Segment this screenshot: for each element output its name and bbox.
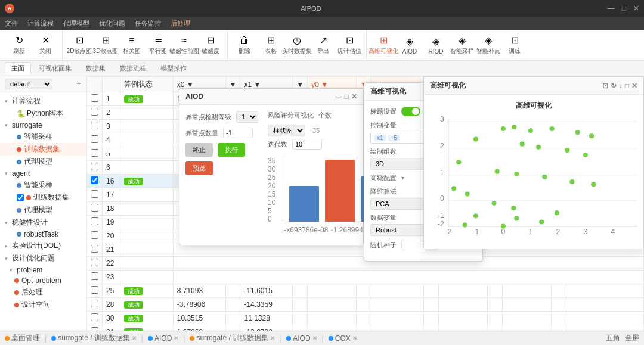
tab-main[interactable]: 主面: [5, 62, 31, 74]
export-button[interactable]: ↗ 导出: [310, 32, 336, 58]
row-checkbox[interactable]: [91, 327, 98, 331]
chart-type-select[interactable]: 柱状图: [268, 125, 305, 136]
tab-model[interactable]: 模型操作: [154, 62, 193, 74]
sidebar-add-icon[interactable]: +: [77, 80, 81, 88]
sidebar-item-python[interactable]: 🐍 Python脚本: [0, 107, 86, 120]
row-checkbox[interactable]: [91, 163, 98, 170]
aiod-maximize-button[interactable]: □: [345, 92, 349, 101]
realtime-button[interactable]: ◷ 实时数据集: [284, 32, 310, 58]
row-checkbox[interactable]: [91, 190, 98, 198]
anomaly-count-input[interactable]: [223, 128, 253, 138]
row-checkbox[interactable]: [91, 149, 98, 157]
row-checkbox[interactable]: [91, 217, 98, 225]
sidebar-item-robusttask[interactable]: robustTask: [0, 229, 86, 240]
row-checkbox[interactable]: [91, 176, 98, 184]
aiod-minimize-button[interactable]: —: [335, 92, 342, 101]
refresh-button[interactable]: ↻ 刷新: [6, 32, 32, 58]
status-close-5[interactable]: ✕: [352, 335, 357, 341]
highdim-button[interactable]: ⊞ 高维可视化: [370, 32, 397, 58]
scatter-download-button[interactable]: ↓: [619, 82, 623, 90]
row-checkbox[interactable]: [91, 122, 98, 129]
menu-workflow[interactable]: 计算流程: [27, 19, 54, 28]
riod-button[interactable]: ◈ RIOD: [423, 32, 449, 58]
sidebar-item-problem[interactable]: ▾ problem: [0, 265, 86, 275]
status-item-surrogate-train2[interactable]: surrogate / 训练数据集 ✕: [190, 333, 275, 343]
status-view-label[interactable]: 五角: [606, 333, 620, 343]
status-item-cox[interactable]: COX ✕: [329, 334, 357, 343]
aiod-close-button[interactable]: ✕: [351, 92, 357, 101]
sidebar-item-optproblem[interactable]: ▾ 设计优化问题: [0, 252, 86, 265]
status-item-aiod2[interactable]: AIOD ✕: [286, 334, 317, 343]
maximize-button[interactable]: □: [622, 4, 626, 13]
row-checkbox[interactable]: [91, 286, 98, 294]
scatter-copy-button[interactable]: ⊡: [602, 82, 608, 90]
train-button[interactable]: ⊡ 训练: [501, 32, 528, 58]
col-status[interactable]: 算例状态: [120, 77, 174, 92]
row-checkbox[interactable]: [91, 94, 98, 102]
row-checkbox[interactable]: [91, 231, 98, 239]
agent-traindata-checkbox[interactable]: [17, 194, 24, 201]
aiod-button[interactable]: ◈ AIOD: [397, 32, 423, 58]
close-tab-button[interactable]: ✕ 关闭: [32, 32, 58, 58]
tab-viz[interactable]: 可视化面集: [32, 62, 78, 74]
menu-optimize[interactable]: 优化问题: [99, 19, 125, 28]
status-close-3[interactable]: ✕: [270, 335, 275, 341]
sidebar-item-agent[interactable]: ▾ agent: [0, 168, 86, 179]
sidebar-item-surrogate-traindata[interactable]: 训练数据集: [0, 143, 86, 156]
table-button[interactable]: ⊞ 表格: [258, 32, 284, 58]
menu-monitor[interactable]: 任务监控: [135, 19, 161, 28]
sidebar-item-post[interactable]: 后处理: [0, 286, 86, 299]
sidebar-item-design-space[interactable]: 设计空间: [0, 299, 86, 311]
sidebar-item-surrogate[interactable]: ▾ surrogate: [0, 120, 86, 130]
sidebar-item-workflow[interactable]: ▾ 计算流程: [0, 95, 86, 107]
3d-scatter-button[interactable]: ⊞ 3D散点图: [92, 32, 119, 58]
sidebar-item-doe[interactable]: ▸ 实验设计(DOE): [0, 240, 86, 252]
scatter-close-button[interactable]: ✕: [631, 82, 637, 90]
status-close-2[interactable]: ✕: [174, 335, 178, 341]
label-toggle[interactable]: [401, 107, 420, 116]
stop-button[interactable]: 终止: [185, 143, 213, 157]
scatter-refresh-button[interactable]: ↻: [611, 82, 617, 90]
row-checkbox[interactable]: [91, 108, 98, 116]
row-checkbox[interactable]: [91, 259, 98, 266]
sidebar-item-agent-model[interactable]: 代理模型: [0, 204, 86, 216]
anomaly-select[interactable]: 1: [236, 111, 258, 123]
row-checkbox[interactable]: [91, 245, 98, 253]
parallel-button[interactable]: ≣ 平行图: [145, 32, 171, 58]
2d-scatter-button[interactable]: ⊡ 2D散点图: [66, 32, 92, 58]
status-fullscreen[interactable]: 全屏: [625, 333, 639, 343]
sidebar-select[interactable]: default: [5, 79, 52, 89]
row-checkbox[interactable]: [91, 272, 98, 280]
status-close-4[interactable]: ✕: [312, 335, 317, 341]
status-close-1[interactable]: ✕: [132, 335, 137, 341]
minimize-button[interactable]: —: [608, 4, 615, 13]
close-button[interactable]: ✕: [633, 4, 639, 13]
sensitivity-button[interactable]: ⊟ 敏感度: [197, 32, 224, 58]
tab-flow[interactable]: 数据流程: [113, 62, 153, 74]
scatter-maximize-button[interactable]: □: [625, 82, 629, 90]
menu-file[interactable]: 文件: [5, 19, 18, 28]
menu-postprocess[interactable]: 后处理: [171, 19, 190, 28]
delete-button[interactable]: 🗑 删除: [231, 32, 258, 58]
change-button[interactable]: 预览: [185, 161, 213, 175]
sidebar-item-opt-problem[interactable]: Opt-problem: [0, 275, 86, 286]
sidebar-item-agent-sample[interactable]: 智能采样: [0, 179, 86, 191]
sidebar-item-surrogate-model[interactable]: 代理模型: [0, 156, 86, 168]
sensitivity-front-button[interactable]: ≈ 敏感性前图: [171, 32, 197, 58]
row-checkbox[interactable]: [91, 135, 98, 143]
smart-point-button[interactable]: ◈ 智能补点: [475, 32, 501, 58]
smart-sample-button[interactable]: ◈ 智能采样: [449, 32, 475, 58]
status-item-aiod1[interactable]: AIOD ✕: [148, 334, 178, 343]
sidebar-item-surrogate-sample[interactable]: 智能采样: [0, 130, 86, 143]
iter-input[interactable]: [292, 139, 322, 150]
row-checkbox[interactable]: [91, 300, 98, 307]
run-button[interactable]: 执行: [218, 143, 245, 157]
sidebar-item-robust[interactable]: ▾ 稳健性设计: [0, 216, 86, 229]
advanced-expand-icon[interactable]: ▾: [401, 175, 404, 181]
correlation-button[interactable]: ≡ 相关图: [119, 32, 145, 58]
stats-button[interactable]: ⊡ 统计估值: [336, 32, 363, 58]
menu-surrogate[interactable]: 代理模型: [63, 19, 89, 28]
sidebar-item-agent-traindata[interactable]: 训练数据集: [0, 191, 86, 204]
row-checkbox[interactable]: [91, 204, 98, 212]
tab-data[interactable]: 数据集: [79, 62, 112, 74]
